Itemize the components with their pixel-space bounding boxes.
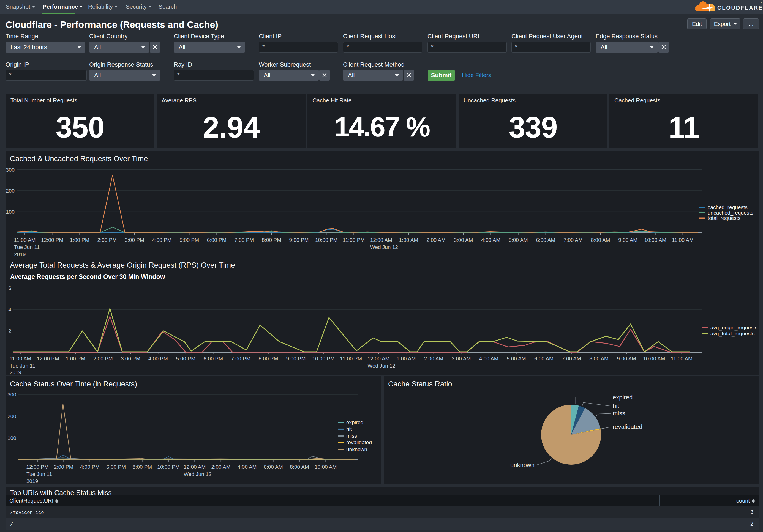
svg-text:': ' — [761, 1, 762, 6]
svg-text:100: 100 — [7, 435, 16, 441]
svg-text:2019: 2019 — [27, 478, 38, 484]
svg-text:9:00 AM: 9:00 AM — [618, 237, 637, 243]
svg-text:expired: expired — [346, 419, 363, 425]
svg-text:1:00 AM: 1:00 AM — [397, 356, 416, 361]
svg-text:200: 200 — [7, 413, 16, 419]
svg-text:8:00 PM: 8:00 PM — [132, 464, 152, 470]
svg-text:6:00 AM: 6:00 AM — [536, 237, 555, 243]
svg-text:hit: hit — [613, 402, 619, 409]
svg-text:miss: miss — [346, 433, 357, 439]
svg-text:3:00 PM: 3:00 PM — [125, 237, 144, 243]
svg-text:200: 200 — [6, 188, 15, 194]
svg-text:5:00 PM: 5:00 PM — [179, 237, 199, 243]
svg-text:7:00 PM: 7:00 PM — [231, 356, 251, 361]
svg-text:4:00 PM: 4:00 PM — [80, 464, 100, 470]
svg-text:4:00 PM: 4:00 PM — [152, 237, 172, 243]
svg-text:10:00 PM: 10:00 PM — [157, 464, 179, 470]
svg-text:12:00 AM: 12:00 AM — [368, 356, 389, 361]
svg-text:2019: 2019 — [14, 251, 26, 257]
svg-text:1:00 PM: 1:00 PM — [70, 237, 89, 243]
svg-text:1:00 PM: 1:00 PM — [66, 356, 85, 361]
svg-text:3:00 AM: 3:00 AM — [452, 356, 471, 361]
svg-text:10:00 PM: 10:00 PM — [312, 356, 334, 361]
svg-text:100: 100 — [6, 209, 15, 215]
svg-text:8:00 AM: 8:00 AM — [591, 237, 610, 243]
svg-text:avg_origin_requests: avg_origin_requests — [710, 324, 757, 331]
svg-text:6:00 PM: 6:00 PM — [106, 464, 126, 470]
svg-text:2:00 AM: 2:00 AM — [211, 464, 231, 470]
svg-text:6:00 AM: 6:00 AM — [534, 356, 554, 361]
svg-text:8:00 AM: 8:00 AM — [290, 464, 309, 470]
svg-text:Tue Jun 11: Tue Jun 11 — [10, 363, 35, 369]
svg-text:revalidated: revalidated — [613, 423, 642, 430]
svg-text:300: 300 — [7, 392, 16, 398]
svg-text:Tue Jun 11: Tue Jun 11 — [14, 244, 40, 250]
svg-text:6:00 AM: 6:00 AM — [264, 464, 283, 470]
svg-text:2:00 AM: 2:00 AM — [426, 237, 446, 243]
svg-text:2:00 AM: 2:00 AM — [424, 356, 443, 361]
svg-text:12:00 AM: 12:00 AM — [370, 237, 392, 243]
svg-text:8:00 PM: 8:00 PM — [259, 356, 278, 361]
svg-text:10:00 AM: 10:00 AM — [315, 464, 337, 470]
svg-text:6: 6 — [8, 285, 11, 291]
svg-text:2:00 PM: 2:00 PM — [54, 464, 73, 470]
svg-text:11:00 AM: 11:00 AM — [14, 237, 36, 243]
svg-text:unknown: unknown — [510, 462, 535, 469]
svg-text:1:00 AM: 1:00 AM — [399, 237, 418, 243]
svg-text:11:00 AM: 11:00 AM — [671, 356, 693, 361]
svg-text:5:00 AM: 5:00 AM — [507, 356, 526, 361]
svg-text:4:00 AM: 4:00 AM — [481, 237, 500, 243]
svg-text:12:00 PM: 12:00 PM — [41, 237, 63, 243]
svg-text:miss: miss — [613, 410, 625, 417]
svg-text:unknown: unknown — [346, 446, 367, 452]
svg-text:3:00 PM: 3:00 PM — [121, 356, 140, 361]
svg-text:hit: hit — [346, 426, 352, 432]
svg-text:Wed Jun 12: Wed Jun 12 — [368, 363, 395, 369]
svg-text:2:00 PM: 2:00 PM — [93, 356, 113, 361]
svg-text:revalidated: revalidated — [346, 440, 372, 445]
svg-text:4:00 AM: 4:00 AM — [479, 356, 498, 361]
svg-text:300: 300 — [6, 167, 15, 173]
svg-text:7:00 PM: 7:00 PM — [234, 237, 254, 243]
svg-text:CLOUDFLARE: CLOUDFLARE — [717, 5, 763, 11]
svg-text:4: 4 — [8, 307, 11, 312]
svg-text:6:00 PM: 6:00 PM — [207, 237, 227, 243]
svg-text:9:00 AM: 9:00 AM — [617, 356, 636, 361]
svg-text:11:00 AM: 11:00 AM — [672, 237, 694, 243]
svg-text:6:00 PM: 6:00 PM — [203, 356, 223, 361]
svg-text:12:00 PM: 12:00 PM — [26, 464, 49, 470]
svg-text:3:00 AM: 3:00 AM — [454, 237, 473, 243]
svg-text:5:00 AM: 5:00 AM — [509, 237, 528, 243]
svg-text:total_requests: total_requests — [708, 215, 740, 221]
svg-text:12:00 PM: 12:00 PM — [37, 356, 59, 361]
svg-text:11:00 PM: 11:00 PM — [340, 356, 362, 361]
svg-text:Wed Jun 12: Wed Jun 12 — [370, 244, 398, 250]
svg-text:expired: expired — [613, 394, 632, 401]
svg-text:4:00 AM: 4:00 AM — [238, 464, 257, 470]
svg-text:9:00 PM: 9:00 PM — [286, 356, 306, 361]
svg-text:10:00 AM: 10:00 AM — [643, 356, 665, 361]
svg-text:12:00 AM: 12:00 AM — [183, 464, 206, 470]
svg-text:11:00 PM: 11:00 PM — [343, 237, 365, 243]
svg-text:2: 2 — [8, 328, 11, 334]
svg-text:9:00 PM: 9:00 PM — [289, 237, 309, 243]
svg-text:7:00 AM: 7:00 AM — [562, 356, 581, 361]
svg-text:Tue Jun 11: Tue Jun 11 — [27, 471, 52, 477]
svg-text:7:00 AM: 7:00 AM — [563, 237, 583, 243]
svg-text:2019: 2019 — [10, 369, 21, 375]
svg-text:Wed Jun 12: Wed Jun 12 — [183, 471, 211, 477]
svg-text:10:00 AM: 10:00 AM — [644, 237, 666, 243]
svg-text:4:00 PM: 4:00 PM — [148, 356, 168, 361]
svg-text:11:00 AM: 11:00 AM — [10, 356, 31, 361]
svg-text:5:00 PM: 5:00 PM — [176, 356, 195, 361]
svg-text:8:00 AM: 8:00 AM — [589, 356, 608, 361]
svg-text:8:00 PM: 8:00 PM — [262, 237, 281, 243]
svg-text:10:00 PM: 10:00 PM — [315, 237, 337, 243]
svg-text:avg_total_requests: avg_total_requests — [710, 331, 755, 337]
svg-text:2:00 PM: 2:00 PM — [97, 237, 117, 243]
